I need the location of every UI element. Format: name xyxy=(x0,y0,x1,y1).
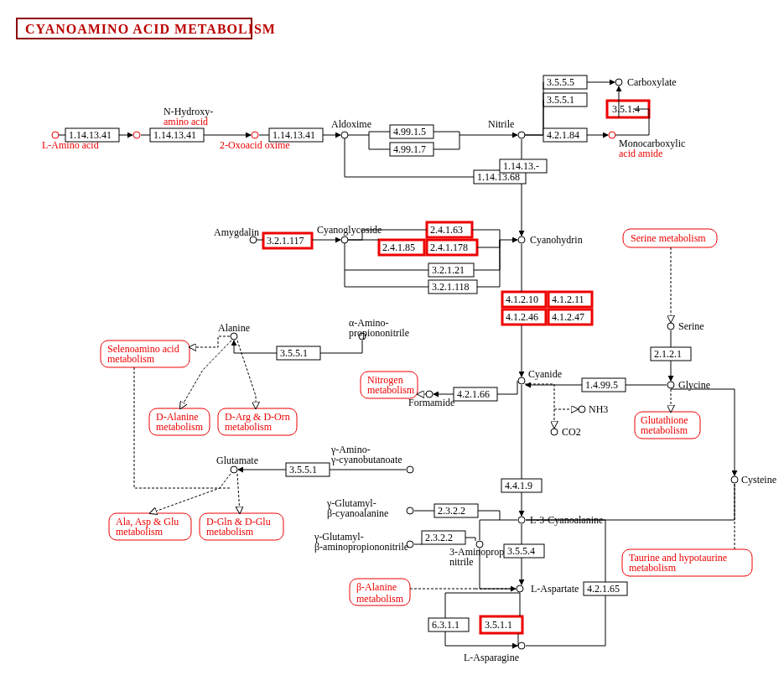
label-carboxylate: Carboxylate xyxy=(627,76,677,88)
node-lasp xyxy=(517,585,523,592)
node-cysteine xyxy=(731,476,738,483)
label-cyanide: Cyanide xyxy=(528,368,562,380)
svg-text:3.5.5.1: 3.5.5.1 xyxy=(547,94,574,106)
svg-text:2.4.1.178: 2.4.1.178 xyxy=(430,242,468,253)
svg-text:4.1.2.47: 4.1.2.47 xyxy=(552,311,584,323)
label-nhydroxy2: amino acid xyxy=(164,116,208,127)
svg-text:metabolism: metabolism xyxy=(367,384,415,396)
svg-text:4.1.2.46: 4.1.2.46 xyxy=(506,311,538,323)
node-glycine xyxy=(667,382,674,388)
node-ggbc xyxy=(407,507,413,514)
node-glutamate xyxy=(231,466,237,473)
svg-text:2.1.2.1: 2.1.2.1 xyxy=(654,348,682,360)
svg-text:2.4.1.63: 2.4.1.63 xyxy=(430,224,463,236)
svg-text:1.14.13.41: 1.14.13.41 xyxy=(69,129,112,141)
label-formamide: Formamide xyxy=(408,397,454,408)
node-carboxylate xyxy=(615,79,622,86)
node-nh3 xyxy=(579,406,585,413)
label-cysteine: Cysteine xyxy=(741,474,776,486)
node-lasn xyxy=(518,642,525,649)
node-nitrile xyxy=(518,132,525,138)
svg-text:metabolism: metabolism xyxy=(356,593,404,605)
svg-text:metabolism: metabolism xyxy=(107,353,155,365)
node-oxoacid xyxy=(252,132,258,138)
svg-text:metabolism: metabolism xyxy=(156,421,204,433)
svg-text:metabolism: metabolism xyxy=(225,421,273,433)
node-lamino xyxy=(52,132,59,138)
node-cyanohydrin xyxy=(518,236,525,243)
svg-text:3.5.5.1: 3.5.5.1 xyxy=(289,464,317,476)
svg-text:4.1.2.11: 4.1.2.11 xyxy=(552,294,584,305)
label-alanine: Alanine xyxy=(218,322,250,334)
label-co2: CO2 xyxy=(562,426,581,438)
svg-text:metabolism: metabolism xyxy=(641,424,688,436)
svg-text:3.2.1.118: 3.2.1.118 xyxy=(432,281,470,293)
node-cyanide xyxy=(518,377,525,384)
svg-text:6.3.1.1: 6.3.1.1 xyxy=(432,619,459,631)
svg-text:3.5.5.1: 3.5.5.1 xyxy=(280,347,308,359)
svg-text:1.14.13.41: 1.14.13.41 xyxy=(153,129,196,141)
label-amygdalin: Amygdalin xyxy=(214,226,259,238)
label-lasp: L-Aspartate xyxy=(531,583,579,595)
svg-text:3.5.5.4: 3.5.5.4 xyxy=(507,545,535,557)
node-nhydroxy xyxy=(133,132,140,138)
label-monocarb2: acid amide xyxy=(619,148,662,159)
node-monocarb xyxy=(609,132,615,138)
svg-text:1.14.13.-: 1.14.13.- xyxy=(503,160,539,172)
label-aldoxime: Aldoxime xyxy=(331,118,371,130)
svg-text:4.2.1.65: 4.2.1.65 xyxy=(587,583,620,595)
label-glutamate: Glutamate xyxy=(216,455,258,466)
node-gamino xyxy=(407,466,413,473)
label-apn2: nitrile xyxy=(449,556,474,568)
svg-text:4.4.1.9: 4.4.1.9 xyxy=(505,480,532,491)
svg-text:β-Alanine: β-Alanine xyxy=(356,581,397,593)
svg-text:metabolism: metabolism xyxy=(206,526,254,538)
node-cyanoglyc xyxy=(341,236,348,243)
svg-text:4.99.1.5: 4.99.1.5 xyxy=(393,126,426,138)
pathway-title: CYANOAMINO ACID METABOLISM xyxy=(25,22,276,36)
node-co2 xyxy=(551,429,558,435)
svg-text:Serine metabolism: Serine metabolism xyxy=(631,232,706,244)
svg-text:4.2.1.84: 4.2.1.84 xyxy=(547,129,579,141)
svg-text:metabolism: metabolism xyxy=(116,526,164,538)
svg-text:metabolism: metabolism xyxy=(629,562,677,574)
svg-text:3.5.5.5: 3.5.5.5 xyxy=(547,76,574,88)
svg-text:4.1.2.10: 4.1.2.10 xyxy=(506,294,538,305)
svg-text:4.2.1.66: 4.2.1.66 xyxy=(457,388,490,400)
label-gb2: β-cyanoalanine xyxy=(327,507,388,519)
label-cyanohydrin: Cyanohydrin xyxy=(530,234,583,246)
label-aamino2: propiononitrile xyxy=(349,327,409,339)
svg-text:3.2.1.21: 3.2.1.21 xyxy=(432,264,465,276)
label-serine: Serine xyxy=(678,320,704,332)
label-lasn: L-Asparagine xyxy=(464,652,519,663)
label-nitrile: Nitrile xyxy=(488,118,514,130)
label-nh3: NH3 xyxy=(589,403,608,415)
svg-text:2.3.2.2: 2.3.2.2 xyxy=(425,532,453,543)
svg-text:2.4.1.85: 2.4.1.85 xyxy=(382,242,415,253)
svg-text:4.99.1.7: 4.99.1.7 xyxy=(393,143,426,155)
svg-text:3.2.1.117: 3.2.1.117 xyxy=(267,235,304,247)
svg-text:3.5.1.1: 3.5.1.1 xyxy=(485,619,512,631)
label-gamino2: γ-cyanobutanoate xyxy=(330,454,402,465)
node-aldoxime xyxy=(341,132,348,138)
svg-text:2.3.2.2: 2.3.2.2 xyxy=(438,505,465,517)
label-gap2: β-aminopropiononitrile xyxy=(314,541,408,553)
svg-text:1.4.99.5: 1.4.99.5 xyxy=(585,379,618,391)
svg-text:1.14.13.41: 1.14.13.41 xyxy=(273,129,315,141)
node-l3ca xyxy=(518,517,525,523)
node-alanine xyxy=(231,333,237,340)
node-serine xyxy=(667,323,674,330)
